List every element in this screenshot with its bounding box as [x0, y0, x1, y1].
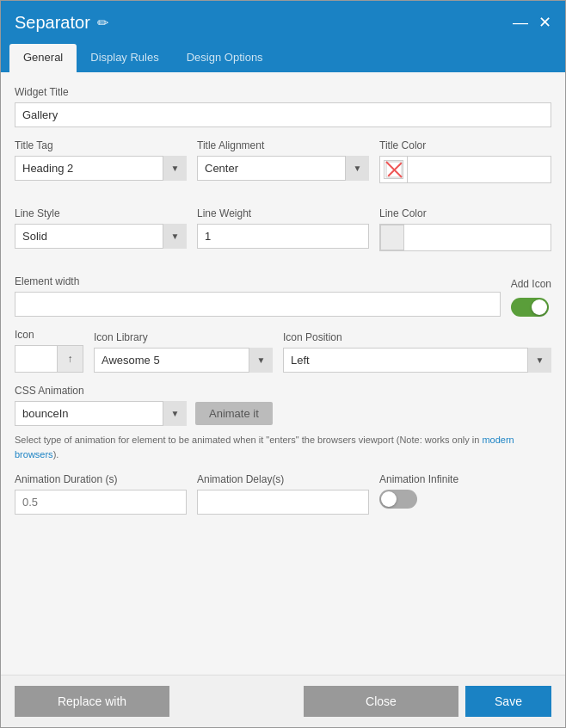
modal-title: Separator: [15, 13, 90, 33]
animate-row: bounceIn fadeIn slideIn ▼ Animate it: [15, 401, 551, 426]
modern-browsers-link[interactable]: modern browsers: [15, 435, 514, 460]
animation-delay-label: Animation Delay(s): [197, 473, 369, 485]
title-tag-select-wrapper: Heading 2 Heading 1 Heading 3 ▼: [15, 156, 187, 181]
title-color-field[interactable]: [379, 156, 551, 183]
pencil-icon[interactable]: ✏: [97, 15, 108, 31]
icon-library-group: Icon Library Awesome 5 Awesome 4 ▼: [94, 331, 273, 373]
line-color-label: Line Color: [379, 207, 551, 219]
css-animation-group: CSS Animation bounceIn fadeIn slideIn ▼ …: [15, 385, 551, 426]
title-tag-label: Title Tag: [15, 139, 187, 151]
title-color-group: Title Color: [379, 139, 551, 183]
toggle-thumb: [532, 299, 547, 315]
close-button[interactable]: ✕: [538, 15, 551, 30]
animation-duration-group: Animation Duration (s): [15, 473, 187, 515]
add-icon-toggle[interactable]: [511, 298, 549, 317]
animation-delay-group: Animation Delay(s): [197, 473, 369, 515]
widget-title-input[interactable]: [15, 102, 551, 127]
animation-duration-label: Animation Duration (s): [15, 473, 187, 485]
icon-library-select-wrapper: Awesome 5 Awesome 4 ▼: [94, 348, 273, 373]
icon-group: Icon ↑: [15, 329, 83, 373]
tab-display-rules[interactable]: Display Rules: [77, 44, 172, 72]
close-button-footer[interactable]: Close: [304, 686, 458, 717]
title-alignment-select[interactable]: Center Left Right: [197, 156, 369, 181]
add-icon-group: Add Icon: [511, 278, 551, 317]
widget-title-label: Widget Title: [15, 86, 551, 98]
icon-position-select[interactable]: Left Center Right: [283, 348, 551, 373]
element-width-label: Element width: [15, 275, 501, 287]
animation-infinite-label: Animation Infinite: [379, 473, 551, 485]
line-row: Line Style Solid Dashed Dotted ▼ Line We…: [15, 207, 551, 263]
minimize-button[interactable]: —: [513, 15, 528, 30]
css-animation-select[interactable]: bounceIn fadeIn slideIn: [15, 401, 187, 426]
icon-position-label: Icon Position: [283, 331, 551, 343]
title-color-input[interactable]: [408, 158, 551, 181]
line-color-field[interactable]: #ebebeb: [379, 224, 551, 251]
line-style-select-wrapper: Solid Dashed Dotted ▼: [15, 224, 187, 249]
title-alignment-group: Title Alignment Center Left Right ▼: [197, 139, 369, 183]
animation-infinite-thumb: [381, 491, 397, 507]
line-color-swatch[interactable]: [380, 225, 404, 250]
element-width-row: Element width Add Icon: [15, 275, 551, 317]
modal-footer: Replace with Close Save: [1, 675, 565, 727]
widget-title-group: Widget Title: [15, 86, 551, 127]
replace-with-button[interactable]: Replace with: [15, 686, 169, 717]
line-weight-label: Line Weight: [197, 207, 369, 219]
css-animation-select-wrapper: bounceIn fadeIn slideIn ▼: [15, 401, 187, 426]
icon-library-select[interactable]: Awesome 5 Awesome 4: [94, 348, 273, 373]
title-group: Separator ✏: [15, 13, 108, 33]
line-style-select[interactable]: Solid Dashed Dotted: [15, 224, 187, 249]
icon-row: Icon ↑ Icon Library Awesome 5 Awesome 4 …: [15, 329, 551, 373]
icon-field-empty: [15, 346, 57, 372]
svg-rect-0: [386, 162, 402, 177]
title-tag-select[interactable]: Heading 2 Heading 1 Heading 3: [15, 156, 187, 181]
title-alignment-label: Title Alignment: [197, 139, 369, 151]
line-color-input[interactable]: #ebebeb: [404, 226, 551, 249]
animation-duration-input[interactable]: [15, 490, 187, 515]
element-width-group: Element width: [15, 275, 501, 317]
icon-label: Icon: [15, 329, 83, 341]
tab-general[interactable]: General: [9, 44, 77, 72]
line-weight-input[interactable]: [197, 224, 369, 249]
add-icon-label: Add Icon: [511, 278, 551, 290]
line-color-group: Line Color #ebebeb: [379, 207, 551, 251]
modal-header: Separator ✏ — ✕: [1, 1, 565, 44]
svg-line-1: [386, 162, 402, 177]
modal-body: Widget Title Title Tag Heading 2 Heading…: [1, 72, 565, 675]
icon-library-label: Icon Library: [94, 331, 273, 343]
toggle-track: [511, 298, 549, 317]
title-color-label: Title Color: [379, 139, 551, 151]
animate-it-button[interactable]: Animate it: [195, 402, 273, 425]
animation-infinite-group: Animation Infinite: [379, 473, 551, 515]
title-row: Title Tag Heading 2 Heading 1 Heading 3 …: [15, 139, 551, 195]
title-alignment-select-wrapper: Center Left Right ▼: [197, 156, 369, 181]
title-color-swatch[interactable]: [380, 157, 408, 182]
icon-field: ↑: [15, 345, 83, 373]
animation-infinite-toggle[interactable]: [379, 490, 417, 509]
animation-note: Select type of animation for element to …: [15, 433, 551, 461]
header-controls: — ✕: [513, 15, 551, 30]
element-width-input[interactable]: [15, 292, 501, 317]
tab-bar: General Display Rules Design Options: [1, 44, 565, 72]
line-style-group: Line Style Solid Dashed Dotted ▼: [15, 207, 187, 251]
animation-infinite-track: [379, 490, 417, 509]
line-style-label: Line Style: [15, 207, 187, 219]
icon-position-select-wrapper: Left Center Right ▼: [283, 348, 551, 373]
animation-settings-row: Animation Duration (s) Animation Delay(s…: [15, 473, 551, 527]
icon-upload-button[interactable]: ↑: [57, 346, 83, 372]
modal-window: Separator ✏ — ✕ General Display Rules De…: [0, 0, 566, 728]
tab-design-options[interactable]: Design Options: [173, 44, 277, 72]
footer-spacer: [176, 686, 297, 717]
icon-position-group: Icon Position Left Center Right ▼: [283, 331, 551, 373]
save-button[interactable]: Save: [465, 686, 551, 717]
animation-delay-input[interactable]: [197, 490, 369, 515]
line-weight-group: Line Weight: [197, 207, 369, 251]
title-tag-group: Title Tag Heading 2 Heading 1 Heading 3 …: [15, 139, 187, 183]
no-color-icon: [385, 160, 403, 179]
css-animation-label: CSS Animation: [15, 385, 551, 397]
